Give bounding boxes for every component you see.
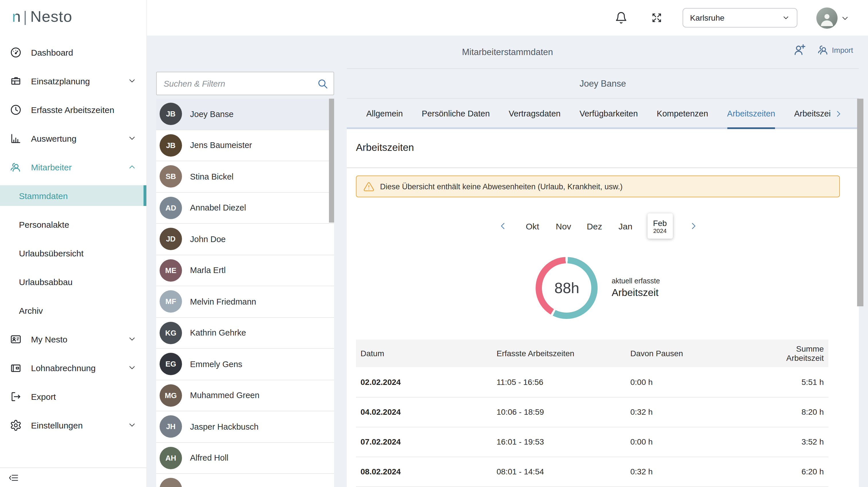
- employee-list-item[interactable]: JHJasper Hackbusch: [156, 411, 334, 443]
- section-title: Arbeitszeiten: [356, 129, 840, 154]
- employee-list-item[interactable]: JBJens Baumeister: [156, 130, 334, 161]
- month-dez[interactable]: Dez: [585, 221, 603, 231]
- donut-value: 88h: [555, 279, 580, 297]
- location-select[interactable]: Karlsruhe: [683, 8, 797, 28]
- tab-verf-gbarkeiten[interactable]: Verfügbarkeiten: [580, 109, 638, 129]
- sidebar-subitem-label: Archiv: [19, 305, 43, 315]
- tab-label: Allgemein: [366, 109, 403, 118]
- import-button[interactable]: Import: [817, 43, 853, 56]
- sidebar-item-auswertung[interactable]: Auswertung: [0, 124, 146, 153]
- sidebar-item-erfasste-arbeitszeiten[interactable]: Erfasste Arbeitszeiten: [0, 95, 146, 124]
- sidebar-footer: [0, 467, 146, 487]
- export-icon: [10, 390, 22, 402]
- chevron-down-icon: [782, 14, 790, 22]
- table-header-row: DatumErfasste ArbeitszeitenDavon PausenS…: [356, 339, 828, 367]
- employee-name: John Doe: [190, 235, 226, 244]
- tab-allgemein[interactable]: Allgemein: [366, 109, 403, 129]
- chevron-up-icon: [127, 162, 136, 171]
- add-employee-icon[interactable]: [793, 43, 807, 57]
- sidebar-item-einstellungen[interactable]: Einstellungen: [0, 411, 146, 440]
- sidebar-item-my-nesto[interactable]: My Nesto: [0, 325, 146, 353]
- employee-list-item[interactable]: [156, 474, 334, 487]
- avatar: KG: [160, 322, 182, 344]
- previous-month-chevron-icon[interactable]: [495, 221, 510, 231]
- employee-list-item[interactable]: KGKathrin Gehrke: [156, 318, 334, 349]
- donut-caption: aktuell erfasste Arbeitszeit: [612, 277, 660, 299]
- employee-name: Emmely Gens: [190, 360, 242, 369]
- employee-list-item[interactable]: MEMarla Ertl: [156, 255, 334, 286]
- donut-chart: 88h: [536, 257, 598, 319]
- cell-date: 07.02.2024: [356, 427, 492, 457]
- tab-kompetenzen[interactable]: Kompetenzen: [657, 109, 708, 129]
- logo-text: Nesto: [30, 8, 72, 26]
- sidebar-item-einsatzplanung[interactable]: Einsatzplanung: [0, 67, 146, 95]
- donut-caption-small: aktuell erfasste: [612, 277, 660, 285]
- sidebar-subitem-urlaubs-bersicht[interactable]: Urlaubsübersicht: [0, 239, 146, 267]
- employee-list-item[interactable]: ADAnnabel Diezel: [156, 192, 334, 224]
- avatar: AH: [160, 447, 182, 469]
- employee-list-scrollbar-thumb[interactable]: [329, 99, 334, 223]
- sidebar-subitem-personalakte[interactable]: Personalakte: [0, 210, 146, 239]
- page-header: Mitarbeiterstammdaten Import: [147, 36, 868, 68]
- user-avatar[interactable]: [816, 7, 838, 29]
- sidebar-item-label: My Nesto: [31, 334, 127, 344]
- detail-panel-scrollbar-thumb[interactable]: [857, 99, 863, 306]
- sidebar-subitem-stammdaten[interactable]: Stammdaten: [0, 185, 146, 206]
- user-menu-chevron-icon[interactable]: [840, 14, 849, 23]
- chevron-down-icon: [127, 363, 136, 372]
- month-nov[interactable]: Nov: [554, 221, 572, 231]
- employee-list-item[interactable]: EGEmmely Gens: [156, 349, 334, 380]
- tabs-overflow-chevron-icon[interactable]: [834, 109, 843, 118]
- employee-detail-panel: Joey Banse AllgemeinPersönliche DatenVer…: [347, 68, 859, 487]
- notifications-bell-icon[interactable]: [615, 11, 627, 24]
- sidebar-item-mitarbeiter[interactable]: Mitarbeiter: [0, 153, 146, 181]
- avatar: AD: [160, 197, 182, 219]
- employee-list-item[interactable]: AHAlfred Holl: [156, 443, 334, 474]
- month-jan[interactable]: Jan: [616, 221, 634, 231]
- sidebar-subitem-urlaubsabbau[interactable]: Urlaubsabbau: [0, 267, 146, 296]
- fullscreen-expand-icon[interactable]: [651, 12, 662, 24]
- tab-label: Verfügbarkeiten: [580, 109, 638, 118]
- tab-arbeitszei[interactable]: Arbeitszei: [794, 109, 843, 129]
- search-icon[interactable]: [317, 78, 329, 90]
- sidebar-item-export[interactable]: Export: [0, 382, 146, 411]
- sidebar-subitem-label: Urlaubsabbau: [19, 277, 73, 287]
- current-year-label: 2024: [653, 227, 667, 234]
- chevron-down-icon: [127, 76, 136, 86]
- avatar: ME: [160, 259, 182, 282]
- chevron-down-icon: [127, 134, 136, 143]
- tab-pers-nliche-daten[interactable]: Persönliche Daten: [422, 109, 490, 129]
- employee-name: Melvin Friedmann: [190, 297, 256, 306]
- month-okt[interactable]: Okt: [523, 221, 541, 231]
- employee-list-item[interactable]: MGMuhammed Green: [156, 380, 334, 411]
- app-window: nn|Nesto DashboardEinsatzplanungErfasste…: [0, 0, 868, 487]
- employee-list-item[interactable]: MFMelvin Friedmann: [156, 286, 334, 318]
- sidebar-collapse-icon[interactable]: [9, 473, 19, 483]
- logo-divider: |: [23, 8, 28, 26]
- table-cell: 16:01 - 19:53: [492, 427, 626, 457]
- table-row: 04.02.202410:06 - 18:590:32 h8:20 h: [356, 397, 828, 427]
- import-label: Import: [832, 45, 853, 54]
- sidebar-item-label: Auswertung: [31, 133, 127, 143]
- table-cell: 11:05 - 16:56: [492, 367, 626, 397]
- employee-name: Jens Baumeister: [190, 141, 252, 150]
- employee-list-item[interactable]: SBStina Bickel: [156, 161, 334, 192]
- current-month-button[interactable]: Feb 2024: [647, 214, 673, 239]
- sidebar-item-lohnabrechnung[interactable]: Lohnabrechnung: [0, 353, 146, 382]
- sidebar-item-label: Mitarbeiter: [31, 162, 127, 172]
- employee-list-item[interactable]: JDJohn Doe: [156, 224, 334, 255]
- sidebar-subitem-archiv[interactable]: Archiv: [0, 296, 146, 325]
- next-month-chevron-icon[interactable]: [685, 221, 701, 231]
- avatar: [160, 478, 182, 487]
- search-input[interactable]: [157, 72, 334, 95]
- employee-name: Muhammed Green: [190, 391, 259, 400]
- logo-n-glyph: nn: [12, 8, 21, 26]
- page-header-actions: Import: [793, 43, 853, 57]
- tab-label: Arbeitszei: [794, 109, 831, 118]
- employee-list-item[interactable]: JBJoey Banse: [156, 99, 334, 130]
- table-row: 02.02.202411:05 - 16:560:00 h5:51 h: [356, 367, 828, 397]
- tab-arbeitszeiten[interactable]: Arbeitszeiten: [727, 109, 775, 129]
- sidebar-item-dashboard[interactable]: Dashboard: [0, 38, 146, 67]
- detail-employee-name: Joey Banse: [347, 68, 859, 99]
- tab-vertragsdaten[interactable]: Vertragsdaten: [508, 109, 561, 129]
